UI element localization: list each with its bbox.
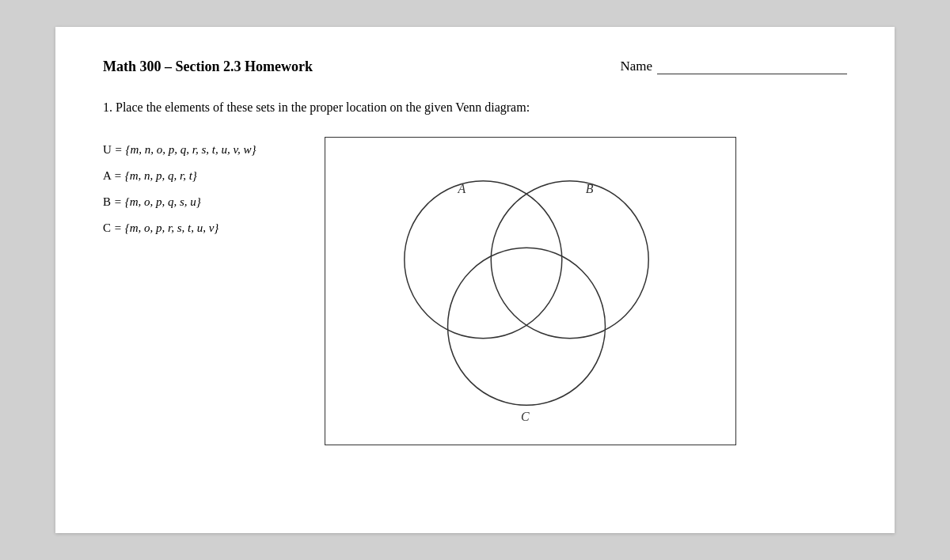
sets-list: U = {m, n, o, p, q, r, s, t, u, v, w} A …: [103, 137, 293, 241]
set-c-label: C: [103, 221, 114, 234]
page-title: Math 300 – Section 2.3 Homework: [103, 59, 313, 75]
set-b: B = {m, o, p, q, s, u}: [103, 189, 293, 215]
svg-point-0: [405, 181, 562, 339]
svg-point-1: [491, 181, 648, 339]
page: Math 300 – Section 2.3 Homework Name 1. …: [55, 27, 895, 533]
question-number: 1.: [103, 100, 112, 114]
name-field: Name: [620, 59, 847, 74]
set-c: C = {m, o, p, r, s, t, u, v}: [103, 215, 293, 241]
set-u: U = {m, n, o, p, q, r, s, t, u, v, w}: [103, 137, 293, 163]
question-body: Place the elements of these sets in the …: [116, 100, 530, 114]
set-b-label: B: [103, 195, 114, 208]
venn-diagram: A B C: [325, 137, 736, 445]
set-a-def: = {m, n, p, q, r, t}: [114, 169, 197, 182]
name-line: [657, 59, 847, 74]
content-area: U = {m, n, o, p, q, r, s, t, u, v, w} A …: [103, 137, 847, 445]
set-u-label: U: [103, 143, 115, 156]
set-a: A = {m, n, p, q, r, t}: [103, 163, 293, 189]
venn-label-a: A: [457, 182, 466, 195]
svg-point-2: [448, 248, 606, 405]
venn-label-b: B: [586, 182, 594, 195]
question-text: 1. Place the elements of these sets in t…: [103, 100, 847, 115]
set-a-label: A: [103, 169, 114, 182]
venn-label-c: C: [521, 410, 530, 423]
set-c-def: = {m, o, p, r, s, t, u, v}: [114, 221, 219, 234]
set-u-def: = {m, n, o, p, q, r, s, t, u, v, w}: [115, 143, 256, 156]
header: Math 300 – Section 2.3 Homework Name: [103, 59, 847, 75]
name-label: Name: [620, 59, 652, 74]
set-b-def: = {m, o, p, q, s, u}: [114, 195, 201, 208]
